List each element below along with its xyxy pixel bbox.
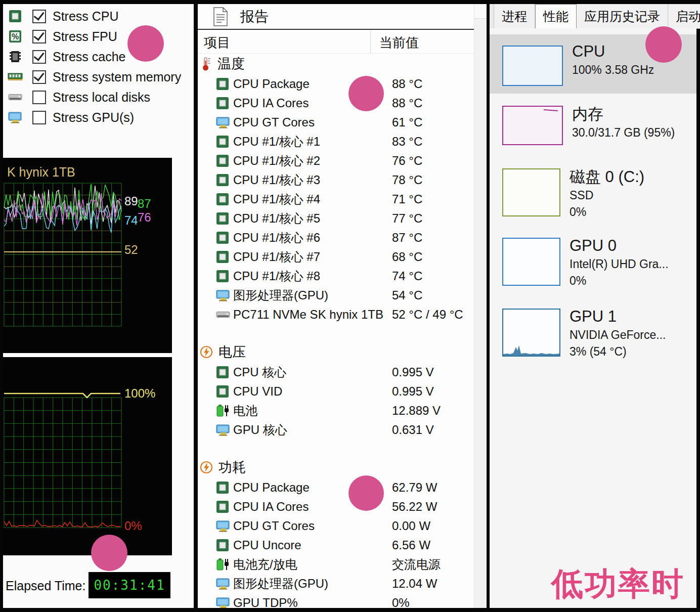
cpu-icon bbox=[9, 10, 22, 23]
sensor-row[interactable]: CPU IA Cores88 °C bbox=[198, 94, 474, 113]
stress-option-label: Stress GPU(s) bbox=[53, 110, 134, 125]
perf-item-gpu1[interactable]: GPU 1NVIDIA GeForce...3% (54 °C) bbox=[490, 307, 696, 361]
report-section-header[interactable]: 功耗 bbox=[198, 457, 474, 478]
stress-option-label: Stress system memory bbox=[53, 70, 181, 84]
report-scrollbar[interactable] bbox=[474, 4, 487, 608]
sensor-value: 61 °C bbox=[392, 115, 422, 129]
sensor-row[interactable]: CPU #1/核心 #471 °C bbox=[198, 190, 474, 209]
sensor-row[interactable]: 电池充/放电交流电源 bbox=[198, 555, 474, 574]
sensor-row[interactable]: CPU VID0.995 V bbox=[198, 382, 474, 401]
report-section-header[interactable]: 电压 bbox=[198, 341, 474, 363]
sensor-row[interactable]: CPU GT Cores61 °C bbox=[198, 113, 474, 132]
cpu-icon bbox=[216, 212, 229, 225]
elapsed-time-display: 00:31:41 bbox=[89, 572, 170, 598]
tab-应用历史记录[interactable]: 应用历史记录 bbox=[577, 4, 668, 28]
cpu-icon bbox=[216, 154, 229, 167]
report-column-header: 项目 当前值 bbox=[198, 30, 474, 54]
task-manager-panel: 进程性能应用历史记录启动用 CPU100% 3.58 GHz内存30.0/31.… bbox=[490, 4, 700, 608]
sensor-row[interactable]: 电池12.889 V bbox=[198, 401, 474, 420]
sensor-value: 0.995 V bbox=[392, 365, 434, 379]
sensor-row[interactable]: CPU IA Cores56.22 W bbox=[198, 497, 474, 516]
sensor-label: CPU #1/核心 #1 bbox=[233, 134, 320, 150]
stress-option-checkbox[interactable] bbox=[32, 111, 46, 124]
gpu-icon bbox=[216, 520, 230, 532]
sensor-row[interactable]: GPU TDP%0% bbox=[198, 593, 474, 608]
perf-item-stat: 0% bbox=[570, 273, 669, 289]
graph-series-value: 87 bbox=[138, 197, 151, 211]
sensor-row[interactable]: CPU #1/核心 #768 °C bbox=[198, 247, 474, 267]
sensor-row[interactable]: CPU Uncore6.56 W bbox=[198, 536, 474, 555]
screenshot-root: Stress CPU%Stress FPUStress cacheStress … bbox=[0, 0, 700, 612]
sensor-value: 12.04 W bbox=[392, 577, 437, 591]
sensor-value: 52 °C / 49 °C bbox=[392, 308, 463, 322]
stress-option-row: Stress system memory bbox=[6, 67, 192, 87]
sensor-row[interactable]: CPU #1/核心 #378 °C bbox=[198, 170, 474, 190]
sensor-row[interactable]: CPU #1/核心 #183 °C bbox=[198, 132, 474, 151]
cpu-icon bbox=[216, 231, 229, 244]
column-item[interactable]: 项目 bbox=[204, 34, 230, 52]
sensor-label: CPU IA Cores bbox=[233, 96, 309, 110]
perf-item-stat: Intel(R) UHD Gra... bbox=[570, 256, 669, 273]
column-divider[interactable] bbox=[370, 30, 371, 53]
sensor-row[interactable]: CPU Package62.79 W bbox=[198, 478, 474, 497]
perf-item-memory[interactable]: 内存30.0/31.7 GB (95%) bbox=[490, 104, 696, 151]
graph-series-value: 52 bbox=[124, 243, 138, 257]
disk-icon bbox=[216, 311, 230, 319]
perf-thumbnail-cpu bbox=[502, 46, 563, 86]
sensor-row[interactable]: CPU 核心0.995 V bbox=[198, 363, 474, 382]
perf-item-title: GPU 0 bbox=[570, 236, 669, 256]
sensor-value: 71 °C bbox=[392, 192, 422, 206]
tab-进程[interactable]: 进程 bbox=[494, 4, 535, 28]
sensor-label: CPU #1/核心 #6 bbox=[233, 230, 320, 246]
sensor-row[interactable]: CPU #1/核心 #276 °C bbox=[198, 151, 474, 170]
cpu-icon bbox=[216, 77, 229, 91]
perf-item-gpu0[interactable]: GPU 0Intel(R) UHD Gra...0% bbox=[490, 236, 696, 290]
sensor-label: GPU TDP% bbox=[233, 596, 298, 608]
stress-option-checkbox[interactable] bbox=[32, 10, 46, 23]
sensor-label: 电池充/放电 bbox=[233, 556, 297, 573]
battery-icon bbox=[216, 404, 230, 417]
sensor-row[interactable]: CPU #1/核心 #577 °C bbox=[198, 209, 474, 228]
sensor-value: 56.22 W bbox=[392, 500, 437, 514]
sensor-row[interactable]: CPU GT Cores0.00 W bbox=[198, 516, 474, 536]
stress-options-list: Stress CPU%Stress FPUStress cacheStress … bbox=[6, 6, 192, 127]
tab-性能[interactable]: 性能 bbox=[535, 4, 577, 28]
sensor-row[interactable]: GPU 核心0.631 V bbox=[198, 420, 474, 440]
cpu-icon bbox=[216, 250, 229, 264]
sensor-label: CPU Package bbox=[233, 480, 310, 495]
cpu-icon bbox=[216, 385, 229, 398]
report-document-icon[interactable] bbox=[213, 7, 228, 26]
cpu-icon bbox=[216, 270, 229, 283]
perf-item-stat: 0% bbox=[570, 204, 644, 221]
sensor-report-panel: 报告 项目 当前值 温度CPU Package88 °CCPU IA Cores… bbox=[198, 4, 487, 608]
stress-option-checkbox[interactable] bbox=[32, 70, 46, 84]
sensor-label: CPU VID bbox=[233, 384, 282, 399]
sensor-row[interactable]: 图形处理器(GPU)54 °C bbox=[198, 286, 474, 305]
perf-item-disk[interactable]: 磁盘 0 (C:)SSD0% bbox=[490, 167, 696, 220]
sensor-row[interactable]: CPU #1/核心 #687 °C bbox=[198, 228, 474, 247]
stress-option-checkbox[interactable] bbox=[32, 50, 46, 64]
elapsed-time-value: 00:31:41 bbox=[94, 578, 165, 593]
annotation-circle bbox=[127, 25, 164, 62]
report-section-header[interactable]: 温度 bbox=[198, 53, 474, 74]
cpu-icon bbox=[216, 193, 229, 206]
sensor-row[interactable]: CPU #1/核心 #874 °C bbox=[198, 267, 474, 286]
bolt-icon bbox=[200, 461, 213, 474]
perf-item-title: GPU 1 bbox=[570, 307, 666, 327]
column-current-value[interactable]: 当前值 bbox=[379, 34, 419, 52]
perf-item-stat: 30.0/31.7 GB (95%) bbox=[572, 124, 675, 141]
stress-option-checkbox[interactable] bbox=[32, 30, 46, 43]
report-header: 报告 bbox=[198, 4, 474, 30]
sensor-row[interactable]: 图形处理器(GPU)12.04 W bbox=[198, 574, 474, 593]
fpu-icon: % bbox=[9, 30, 22, 43]
sensor-label: 图形处理器(GPU) bbox=[233, 287, 328, 303]
sensor-row[interactable]: CPU Package88 °C bbox=[198, 74, 474, 94]
stress-option-label: Stress FPU bbox=[53, 29, 117, 44]
report-section-name: 功耗 bbox=[218, 458, 246, 476]
stress-option-checkbox[interactable] bbox=[32, 91, 46, 104]
tab-启动[interactable]: 启动 bbox=[668, 4, 700, 28]
perf-item-stat: NVIDIA GeForce... bbox=[570, 327, 666, 343]
sensor-label: CPU #1/核心 #5 bbox=[233, 210, 320, 227]
sensor-label: CPU GT Cores bbox=[233, 519, 315, 533]
sensor-row[interactable]: PC711 NVMe SK hynix 1TB52 °C / 49 °C bbox=[198, 305, 474, 324]
